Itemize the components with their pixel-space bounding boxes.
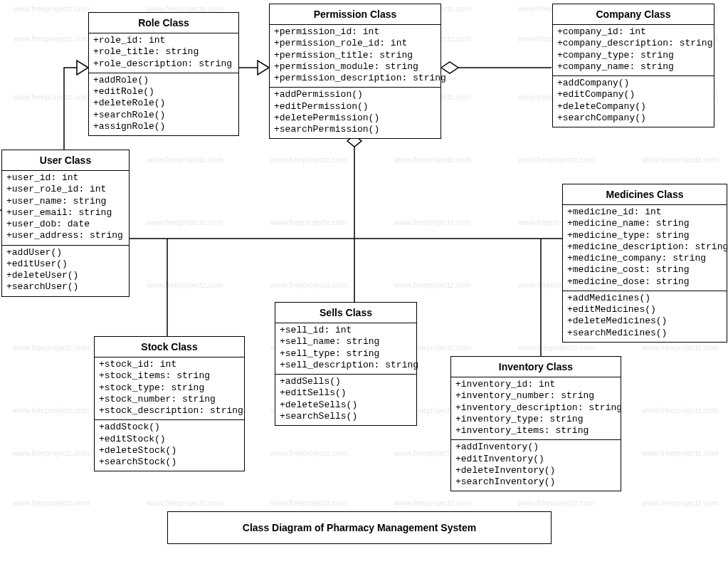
op: +deleteSells() [280,400,412,411]
attr: +user_name: string [6,196,125,207]
class-title: Medicines Class [563,184,727,205]
attr: +medicine_name: string [567,218,722,229]
attr: +company_id: int [557,26,709,38]
attr: +medicine_dose: string [567,276,722,288]
attr: +role_description: string [93,58,234,70]
op: +searchStock() [99,456,240,468]
watermark-text: www.freeprojectz.com [13,93,90,101]
attr: +stock_number: string [99,394,240,405]
op: +searchUser() [6,281,125,293]
watermark-text: www.freeprojectz.com [270,155,347,164]
class-box-company: Company Class +company_id: int +company_… [552,4,714,127]
attr: +inventory_number: string [455,390,616,402]
svg-marker-2 [77,61,88,75]
class-box-role: Role Class +role_id: int +role_title: st… [88,12,239,136]
watermark-text: www.freeprojectz.com [394,281,471,289]
attr: +stock_description: string [99,405,240,417]
class-box-medicines: Medicines Class +medicine_id: int +medic… [562,184,727,343]
attr: +company_name: string [557,61,709,73]
op: +addUser() [6,247,125,258]
watermark-text: www.freeprojectz.com [394,155,471,164]
class-attributes: +user_id: int +user_role_id: int +user_n… [2,171,129,246]
attr: +user_dob: date [6,219,125,230]
op: +editCompany() [557,89,709,100]
attr: +sell_description: string [280,360,412,371]
attr: +medicine_type: string [567,230,722,241]
class-operations: +addRole() +editRole() +deleteRole() +se… [89,73,238,135]
op: +addSells() [280,376,412,387]
attr: +inventory_id: int [455,379,616,390]
class-operations: +addUser() +editUser() +deleteUser() +se… [2,246,129,296]
op: +editRole() [93,86,234,98]
op: +editSells() [280,387,412,399]
attr: +medicine_description: string [567,241,722,253]
op: +searchRole() [93,110,234,121]
class-operations: +addSells() +editSells() +deleteSells() … [275,375,416,425]
watermark-text: www.freeprojectz.com [642,406,719,414]
svg-marker-5 [441,62,458,73]
watermark-text: www.freeprojectz.com [642,343,719,352]
class-operations: +addStock() +editStock() +deleteStock() … [95,420,244,471]
op: +addCompany() [557,78,709,89]
attr: +role_title: string [93,46,234,58]
op: +addStock() [99,422,240,433]
op: +searchSells() [280,411,412,422]
class-title: User Class [2,150,129,171]
attr: +sell_id: int [280,325,412,336]
watermark-text: www.freeprojectz.com [642,155,719,164]
class-attributes: +inventory_id: int +inventory_number: st… [451,377,621,440]
attr: +company_type: string [557,50,709,61]
op: +editMedicines() [567,304,722,315]
class-title: Company Class [553,4,714,25]
class-attributes: +medicine_id: int +medicine_name: string… [563,205,727,291]
attr: +inventory_description: string [455,402,616,414]
op: +deleteUser() [6,270,125,281]
watermark-text: www.freeprojectz.com [147,498,223,507]
class-box-sells: Sells Class +sell_id: int +sell_name: st… [275,302,417,426]
class-box-permission: Permission Class +permission_id: int +pe… [269,4,441,139]
op: +editInventory() [455,454,616,465]
attr: +permission_description: string [274,73,436,84]
attr: +user_address: string [6,230,125,241]
class-attributes: +sell_id: int +sell_name: string +sell_t… [275,323,416,375]
watermark-text: www.freeprojectz.com [642,498,719,507]
watermark-text: www.freeprojectz.com [13,498,90,507]
diagram-title: Class Diagram of Pharmacy Management Sys… [167,511,552,544]
op: +deleteCompany() [557,101,709,113]
attr: +stock_type: string [99,382,240,394]
op: +searchMedicines() [567,328,722,339]
op: +editPermission() [274,101,436,113]
attr: +inventory_type: string [455,414,616,425]
class-title: Inventory Class [451,357,621,377]
op: +addRole() [93,75,234,86]
class-attributes: +role_id: int +role_title: string +role_… [89,33,238,73]
watermark-text: www.freeprojectz.com [13,406,90,414]
watermark-text: www.freeprojectz.com [394,498,471,507]
attr: +company_description: string [557,38,709,49]
op: +deleteMedicines() [567,315,722,327]
class-operations: +addMedicines() +editMedicines() +delete… [563,291,727,342]
op: +searchCompany() [557,113,709,124]
class-title: Sells Class [275,303,416,323]
watermark-text: www.freeprojectz.com [147,155,223,164]
watermark-text: www.freeprojectz.com [147,281,223,289]
watermark-text: www.freeprojectz.com [13,34,90,43]
watermark-text: www.freeprojectz.com [270,449,347,457]
op: +deletePermission() [274,113,436,124]
attr: +permission_id: int [274,26,436,38]
op: +addMedicines() [567,293,722,304]
attr: +permission_module: string [274,61,436,73]
attr: +permission_title: string [274,50,436,61]
class-title: Role Class [89,13,238,33]
op: +assignRole() [93,121,234,132]
attr: +permission_role_id: int [274,38,436,49]
watermark-text: www.freeprojectz.com [13,449,90,457]
watermark-text: www.freeprojectz.com [270,218,347,226]
watermark-text: www.freeprojectz.com [13,4,90,13]
class-attributes: +stock_id: int +stock_items: string +sto… [95,357,244,420]
watermark-text: www.freeprojectz.com [270,498,347,507]
watermark-text: www.freeprojectz.com [518,155,595,164]
attr: +inventory_items: string [455,425,616,437]
op: +addPermission() [274,89,436,100]
attr: +user_id: int [6,172,125,184]
